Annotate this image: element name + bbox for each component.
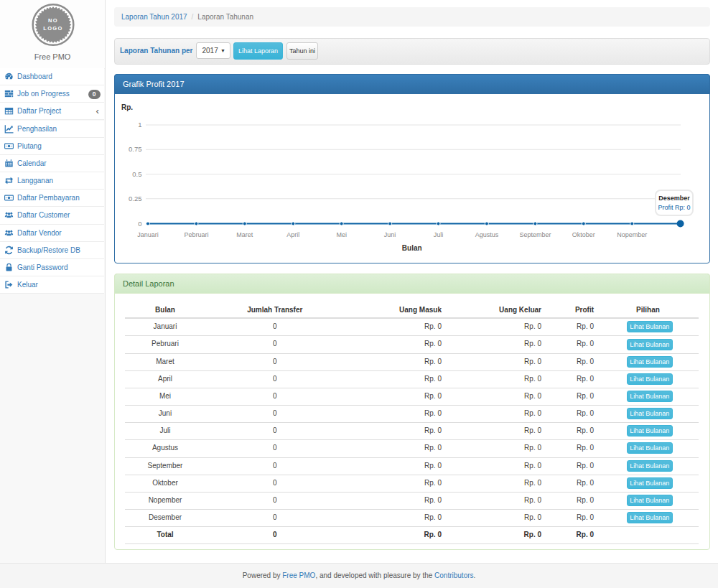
svg-text:Mei: Mei	[336, 231, 347, 238]
svg-text:Juni: Juni	[384, 231, 396, 238]
svg-text:September: September	[519, 231, 551, 238]
svg-text:April: April	[286, 231, 299, 238]
svg-text:0.25: 0.25	[129, 195, 142, 202]
svg-text:0: 0	[138, 220, 141, 228]
svg-text:Juli: Juli	[434, 231, 444, 238]
svg-text:Oktober: Oktober	[572, 231, 595, 238]
svg-text:0.75: 0.75	[129, 145, 142, 153]
svg-text:0.5: 0.5	[132, 170, 141, 178]
svg-text:Agustus: Agustus	[475, 231, 499, 238]
svg-text:Nopember: Nopember	[617, 231, 647, 238]
svg-text:1: 1	[138, 121, 141, 129]
svg-text:Pebruari: Pebruari	[184, 231, 208, 238]
svg-text:Maret: Maret	[236, 231, 253, 238]
svg-text:Januari: Januari	[137, 231, 159, 238]
